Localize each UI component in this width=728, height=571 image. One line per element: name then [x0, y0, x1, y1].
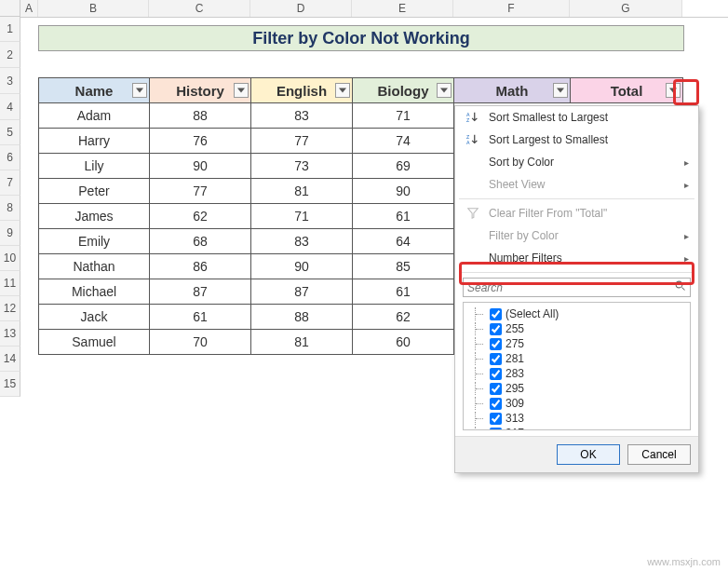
- filter-dropdown-icon[interactable]: [553, 83, 568, 98]
- cell-english[interactable]: 81: [251, 179, 353, 204]
- col-header-g[interactable]: G: [570, 0, 682, 17]
- row-header-13[interactable]: 13: [0, 321, 20, 347]
- filter-dropdown-icon[interactable]: [132, 83, 147, 98]
- row-header-14[interactable]: 14: [0, 347, 20, 372]
- col-header-a[interactable]: A: [20, 0, 38, 17]
- cell-biology[interactable]: 69: [353, 154, 454, 179]
- header-english[interactable]: English: [251, 78, 353, 103]
- header-biology[interactable]: Biology: [353, 78, 454, 103]
- cell-history[interactable]: 68: [150, 229, 251, 254]
- cell-history[interactable]: 90: [150, 154, 251, 179]
- cell-history[interactable]: 70: [150, 330, 251, 355]
- row-header-3[interactable]: 3: [0, 68, 20, 94]
- col-header-c[interactable]: C: [149, 0, 250, 17]
- checkbox[interactable]: [490, 368, 502, 380]
- header-history[interactable]: History: [150, 78, 251, 103]
- cell-history[interactable]: 62: [150, 204, 251, 229]
- filter-search-input[interactable]: [467, 281, 675, 294]
- cell-english[interactable]: 87: [251, 279, 353, 305]
- menu-sort-asc[interactable]: AZ Sort Smallest to Largest: [455, 106, 698, 129]
- filter-search-box[interactable]: [463, 278, 691, 297]
- cell-biology[interactable]: 64: [353, 229, 454, 254]
- cell-english[interactable]: 83: [251, 229, 353, 254]
- cell-name[interactable]: Jack: [39, 305, 150, 330]
- ok-button[interactable]: OK: [557, 444, 620, 465]
- cell-english[interactable]: 77: [251, 129, 353, 154]
- row-header-7[interactable]: 7: [0, 170, 20, 196]
- row-header-2[interactable]: 2: [0, 42, 20, 68]
- cell-biology[interactable]: 61: [353, 279, 454, 305]
- cell-english[interactable]: 83: [251, 103, 353, 129]
- filter-dropdown-icon[interactable]: [666, 83, 681, 98]
- cell-biology[interactable]: 90: [353, 179, 454, 204]
- select-all-corner[interactable]: [0, 0, 20, 17]
- cell-history[interactable]: 86: [150, 254, 251, 279]
- check-value[interactable]: 281: [467, 351, 686, 366]
- col-header-f[interactable]: F: [453, 0, 570, 17]
- checkbox[interactable]: [490, 323, 502, 335]
- cell-history[interactable]: 77: [150, 179, 251, 204]
- col-header-e[interactable]: E: [352, 0, 453, 17]
- check-value[interactable]: 295: [467, 381, 686, 396]
- checkbox[interactable]: [490, 398, 502, 410]
- row-header-1[interactable]: 1: [0, 17, 20, 42]
- row-header-4[interactable]: 4: [0, 94, 20, 120]
- row-header-9[interactable]: 9: [0, 221, 20, 246]
- cell-english[interactable]: 73: [251, 154, 353, 179]
- checkbox[interactable]: [490, 308, 502, 320]
- menu-sort-by-color[interactable]: Sort by Color ▸: [455, 151, 698, 173]
- col-header-d[interactable]: D: [250, 0, 352, 17]
- row-header-11[interactable]: 11: [0, 271, 20, 296]
- row-header-12[interactable]: 12: [0, 296, 20, 321]
- cell-name[interactable]: Samuel: [39, 330, 150, 355]
- row-header-5[interactable]: 5: [0, 120, 20, 145]
- cell-biology[interactable]: 71: [353, 103, 454, 129]
- check-value[interactable]: 309: [467, 396, 686, 411]
- cell-name[interactable]: Lily: [39, 154, 150, 179]
- check-value[interactable]: 317: [467, 426, 686, 430]
- row-header-10[interactable]: 10: [0, 246, 20, 271]
- header-name[interactable]: Name: [39, 78, 150, 103]
- cell-name[interactable]: James: [39, 204, 150, 229]
- check-value[interactable]: 275: [467, 336, 686, 351]
- cell-biology[interactable]: 74: [353, 129, 454, 154]
- cell-name[interactable]: Nathan: [39, 254, 150, 279]
- cell-name[interactable]: Peter: [39, 179, 150, 204]
- cell-biology[interactable]: 62: [353, 305, 454, 330]
- cell-biology[interactable]: 60: [353, 330, 454, 355]
- checkbox[interactable]: [490, 428, 502, 431]
- cell-english[interactable]: 81: [251, 330, 353, 355]
- cell-name[interactable]: Harry: [39, 129, 150, 154]
- cell-english[interactable]: 88: [251, 305, 353, 330]
- header-math[interactable]: Math: [454, 78, 571, 103]
- cell-biology[interactable]: 85: [353, 254, 454, 279]
- menu-sort-desc[interactable]: ZA Sort Largest to Smallest: [455, 129, 698, 151]
- checkbox[interactable]: [490, 338, 502, 350]
- cell-history[interactable]: 61: [150, 305, 251, 330]
- cell-history[interactable]: 88: [150, 103, 251, 129]
- checkbox[interactable]: [490, 383, 502, 395]
- check-value[interactable]: 283: [467, 366, 686, 381]
- check-value[interactable]: 313: [467, 411, 686, 426]
- cell-name[interactable]: Adam: [39, 103, 150, 129]
- filter-dropdown-icon[interactable]: [437, 83, 452, 98]
- cell-english[interactable]: 90: [251, 254, 353, 279]
- cell-english[interactable]: 71: [251, 204, 353, 229]
- filter-value-list[interactable]: (Select All) 255275281283295309313317: [463, 302, 691, 430]
- check-value[interactable]: 255: [467, 321, 686, 336]
- checkbox[interactable]: [490, 353, 502, 365]
- col-header-b[interactable]: B: [38, 0, 149, 17]
- cell-history[interactable]: 87: [150, 279, 251, 305]
- cell-biology[interactable]: 61: [353, 204, 454, 229]
- filter-dropdown-icon[interactable]: [234, 83, 249, 98]
- cancel-button[interactable]: Cancel: [627, 444, 691, 465]
- row-header-6[interactable]: 6: [0, 145, 20, 170]
- row-header-8[interactable]: 8: [0, 196, 20, 221]
- row-header-15[interactable]: 15: [0, 372, 20, 397]
- cell-history[interactable]: 76: [150, 129, 251, 154]
- cell-name[interactable]: Emily: [39, 229, 150, 254]
- filter-dropdown-icon[interactable]: [335, 83, 350, 98]
- check-select-all[interactable]: (Select All): [467, 306, 686, 321]
- menu-number-filters[interactable]: Number Filters ▸: [455, 247, 698, 269]
- checkbox[interactable]: [490, 413, 502, 425]
